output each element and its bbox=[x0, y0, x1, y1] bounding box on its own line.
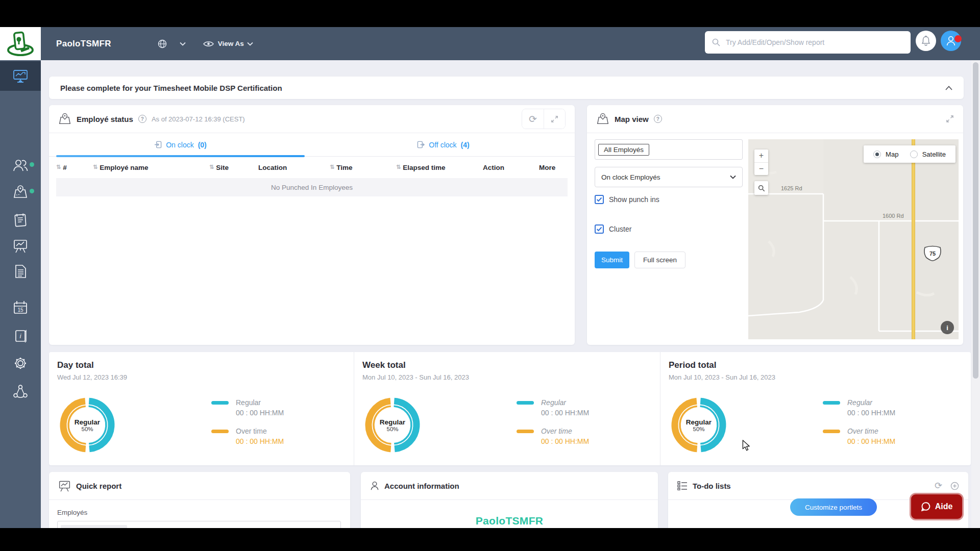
submit-button[interactable]: Submit bbox=[595, 252, 629, 268]
map-info-button[interactable]: i bbox=[941, 321, 954, 334]
view-as-menu[interactable]: View As bbox=[203, 40, 253, 47]
day-total-panel: Day total Wed Jul 12, 2023 16:39 Regular… bbox=[49, 352, 354, 465]
sidebar-item-map[interactable] bbox=[0, 179, 41, 205]
sidebar-item-reports[interactable] bbox=[0, 233, 41, 259]
tab-count: (0) bbox=[198, 141, 207, 149]
road-label-1625: 1625 Rd bbox=[781, 185, 802, 191]
overtime-swatch bbox=[823, 430, 840, 433]
expand-icon bbox=[551, 115, 558, 123]
col-num[interactable]: # bbox=[63, 164, 67, 171]
panel-title: Employé status bbox=[77, 115, 133, 123]
panel-title: Account information bbox=[384, 482, 459, 490]
zoom-in-button[interactable]: + bbox=[754, 149, 768, 162]
panel-toolbar: ⟳ bbox=[522, 109, 566, 129]
company-switcher[interactable] bbox=[157, 39, 186, 49]
sidebar-item-documents[interactable] bbox=[0, 258, 41, 285]
map-type-map[interactable]: Map bbox=[873, 151, 898, 158]
cluster-checkbox[interactable] bbox=[595, 224, 604, 234]
share-network-icon bbox=[13, 384, 28, 399]
check-icon bbox=[596, 227, 602, 232]
sidebar-nav: 15 i bbox=[0, 60, 41, 528]
panel-title: To-do lists bbox=[693, 482, 731, 490]
sidebar-item-integrations[interactable] bbox=[0, 379, 41, 405]
expand-button[interactable] bbox=[544, 109, 565, 129]
customize-portlets-button[interactable]: Customize portlets bbox=[790, 498, 877, 516]
help-aide-button[interactable]: Aide bbox=[910, 493, 964, 520]
map-search-button[interactable] bbox=[754, 181, 768, 195]
sort-icon[interactable]: ⇅ bbox=[209, 164, 214, 171]
col-location[interactable]: Location bbox=[258, 164, 287, 171]
col-site[interactable]: Site bbox=[216, 164, 229, 171]
table-header: ⇅# ⇅Employé name ⇅Site Location ⇅Time ⇅E… bbox=[49, 157, 575, 178]
tab-on-clock[interactable]: On clock (0) bbox=[49, 133, 312, 156]
chevron-up-icon[interactable] bbox=[945, 86, 952, 90]
help-icon[interactable]: ? bbox=[654, 115, 662, 123]
col-name[interactable]: Employé name bbox=[100, 164, 148, 171]
help-icon[interactable]: ? bbox=[138, 115, 146, 123]
sidebar-item-info[interactable]: i bbox=[0, 322, 41, 349]
notification-badge bbox=[954, 35, 962, 42]
empty-table-message: No Punched In Employees bbox=[56, 178, 568, 196]
notifications-button[interactable] bbox=[916, 31, 936, 51]
scrollbar-thumb[interactable] bbox=[973, 62, 978, 379]
employees-field-chip bbox=[61, 525, 127, 528]
info-book-icon: i bbox=[13, 329, 28, 343]
map-zoom-control: + − bbox=[754, 149, 768, 175]
clock-filter-select[interactable]: On clock Employés bbox=[595, 167, 743, 187]
certification-banner: Please complete for your Timesheet Mobil… bbox=[49, 77, 964, 99]
clock-tabs: On clock (0) Off clock (4) bbox=[49, 133, 575, 157]
show-punch-ins-row: Show punch ins bbox=[595, 195, 659, 204]
show-punch-ins-checkbox[interactable] bbox=[595, 195, 604, 204]
zoom-out-button[interactable]: − bbox=[754, 163, 768, 176]
donut-center-value: 50% bbox=[81, 426, 93, 432]
legend-overtime: Over time00 : 00 HH:MM bbox=[211, 427, 284, 447]
sidebar-item-schedule[interactable] bbox=[0, 207, 41, 234]
clock-out-icon bbox=[417, 141, 425, 148]
tab-label: Off clock bbox=[429, 141, 456, 149]
sort-icon[interactable]: ⇅ bbox=[56, 164, 61, 171]
employee-filter-input[interactable]: All Employés bbox=[595, 139, 743, 160]
full-screen-button[interactable]: Full screen bbox=[634, 252, 685, 268]
app-logo[interactable] bbox=[0, 27, 41, 60]
regular-swatch bbox=[823, 401, 840, 405]
employee-filter-chip[interactable]: All Employés bbox=[598, 144, 649, 156]
donut-center-value: 50% bbox=[386, 426, 398, 432]
chevron-down-icon bbox=[730, 175, 736, 179]
donut-center-label: Regular bbox=[686, 418, 712, 426]
map-canvas[interactable]: 1625 Rd 1600 Rd 75 i + − bbox=[748, 139, 959, 339]
sidebar-item-employees[interactable] bbox=[0, 152, 41, 179]
global-search[interactable] bbox=[705, 31, 911, 54]
donut-center-label: Regular bbox=[75, 418, 100, 426]
tab-label: On clock bbox=[166, 141, 193, 149]
week-total-panel: Week total Mon Jul 10, 2023 - Sun Jul 16… bbox=[354, 352, 660, 465]
col-time[interactable]: Time bbox=[336, 164, 352, 171]
page-scrollbar[interactable] bbox=[971, 60, 980, 528]
sort-icon[interactable]: ⇅ bbox=[93, 164, 97, 171]
search-input[interactable] bbox=[725, 38, 903, 47]
tab-off-clock[interactable]: Off clock (4) bbox=[312, 133, 575, 156]
employees-field-input[interactable] bbox=[57, 521, 341, 528]
expand-button[interactable] bbox=[946, 115, 954, 123]
refresh-button[interactable]: ⟳ bbox=[935, 480, 942, 491]
map-status-dot bbox=[30, 189, 34, 193]
sort-icon[interactable]: ⇅ bbox=[330, 164, 334, 171]
col-elapsed[interactable]: Elapsed time bbox=[403, 164, 445, 171]
map-type-satellite[interactable]: Satellite bbox=[910, 151, 946, 158]
add-todo-button[interactable] bbox=[950, 482, 959, 490]
quick-report-panel: Quick report Employés bbox=[49, 472, 350, 528]
employee-status-icon bbox=[58, 113, 71, 125]
svg-text:75: 75 bbox=[929, 251, 936, 257]
sort-icon[interactable]: ⇅ bbox=[396, 164, 401, 171]
overtime-swatch bbox=[211, 430, 229, 433]
map-view-icon bbox=[596, 113, 609, 125]
sidebar-item-settings[interactable] bbox=[0, 350, 41, 377]
sidebar-item-dashboard[interactable] bbox=[0, 61, 41, 91]
aide-label: Aide bbox=[935, 502, 953, 511]
clock-filter-value: On clock Employés bbox=[601, 173, 660, 181]
svg-text:i: i bbox=[20, 333, 21, 340]
refresh-button[interactable]: ⟳ bbox=[522, 109, 544, 129]
sidebar-item-calendar[interactable]: 15 bbox=[0, 294, 41, 320]
main-content: Please complete for your Timesheet Mobil… bbox=[41, 60, 980, 528]
expand-icon bbox=[946, 115, 954, 123]
legend: Regular00 : 00 HH:MM Over time00 : 00 HH… bbox=[823, 398, 895, 455]
